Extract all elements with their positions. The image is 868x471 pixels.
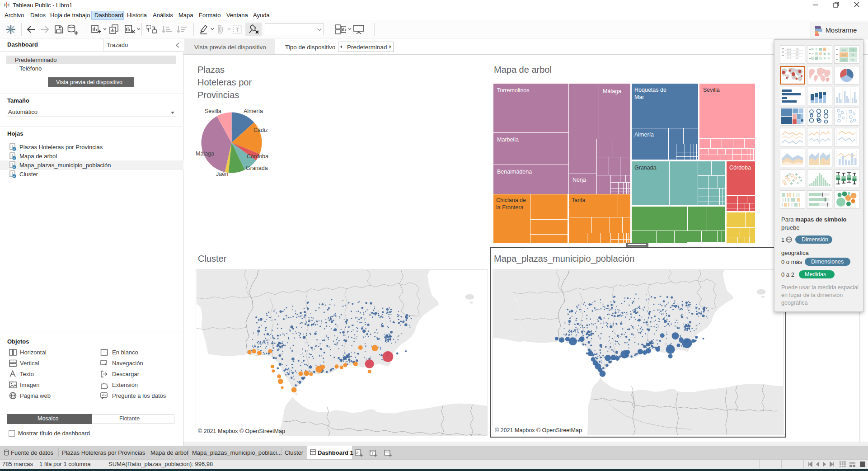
svg-text:45: 45 bbox=[796, 47, 799, 50]
svg-text:45: 45 bbox=[851, 58, 854, 61]
svg-text:45: 45 bbox=[851, 53, 854, 56]
svg-text:123: 123 bbox=[841, 48, 846, 51]
svg-text:123: 123 bbox=[787, 51, 792, 53]
svg-text:123: 123 bbox=[787, 54, 792, 57]
svg-text:45: 45 bbox=[851, 48, 854, 51]
svg-text:123: 123 bbox=[841, 53, 846, 56]
svg-text:123: 123 bbox=[841, 58, 846, 61]
svg-text:45: 45 bbox=[796, 54, 799, 57]
svg-text:45: 45 bbox=[796, 57, 799, 60]
svg-text:45: 45 bbox=[796, 51, 799, 53]
svg-text:123: 123 bbox=[787, 47, 792, 50]
svg-text:123: 123 bbox=[787, 57, 792, 60]
